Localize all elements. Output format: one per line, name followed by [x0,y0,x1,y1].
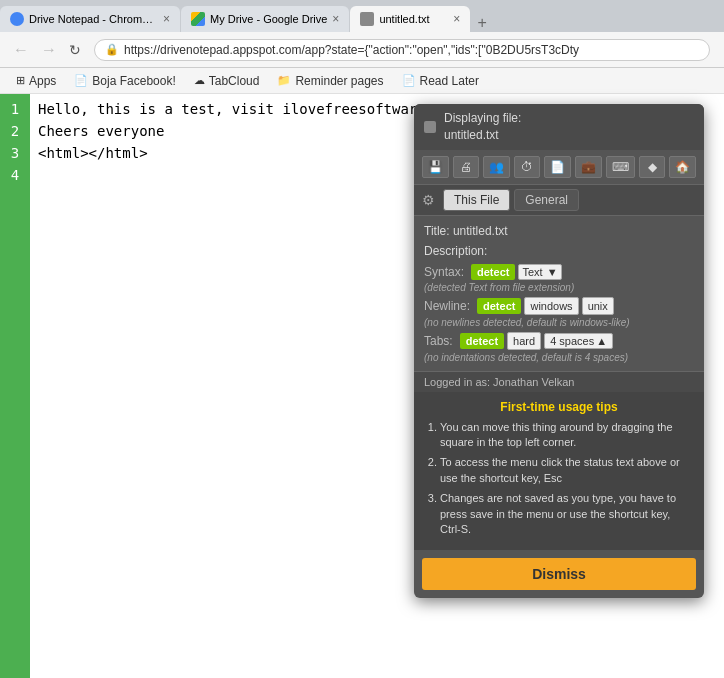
info-popup: Displaying file: untitled.txt 💾 🖨 👥 ⏱ 📄 … [414,104,704,598]
bookmark-boja-label: Boja Facebook! [92,74,175,88]
tabs-spaces-select[interactable]: 4 spaces ▲ [544,333,613,349]
share-btn[interactable]: 👥 [483,156,510,178]
new-tab-button[interactable]: + [471,14,492,32]
new-btn[interactable]: 📄 [544,156,571,178]
newline-hint: (no newlines detected, default is window… [424,317,694,328]
tab-bar: Drive Notepad - Chrome ... × My Drive - … [0,0,724,32]
displaying-label: Displaying file: [444,110,521,127]
tab-close-2[interactable]: × [332,12,339,26]
bookmark-tabcloud[interactable]: ☁ TabCloud [186,72,268,90]
bookmark-apps-label: Apps [29,74,56,88]
url-text: https://drivenotepad.appspot.com/app?sta… [124,43,579,57]
home-btn[interactable]: 🏠 [669,156,696,178]
forward-button[interactable]: → [36,39,62,61]
tab-untitled-txt[interactable]: untitled.txt × [350,6,470,32]
history-btn[interactable]: ⏱ [514,156,540,178]
line-numbers: 1 2 3 4 [0,94,30,678]
lock-icon: 🔒 [105,43,119,56]
tabs-detect-badge[interactable]: detect [460,333,504,349]
tab-favicon-chrome [10,12,24,26]
tip-3: Changes are not saved as you type, you h… [440,491,694,537]
drive-btn[interactable]: ◆ [639,156,665,178]
popup-overlay: Displaying file: untitled.txt 💾 🖨 👥 ⏱ 📄 … [414,94,704,678]
newline-unix-badge[interactable]: unix [582,297,614,315]
tabs-row: Tabs: detect hard 4 spaces ▲ [424,332,694,350]
newline-windows-badge[interactable]: windows [524,297,578,315]
save-btn[interactable]: 💾 [422,156,449,178]
bookmarks-bar: ⊞ Apps 📄 Boja Facebook! ☁ TabCloud 📁 Rem… [0,68,724,94]
filename-label: untitled.txt [444,127,521,144]
syntax-detect-badge[interactable]: detect [471,264,515,280]
keyboard-btn[interactable]: ⌨ [606,156,635,178]
popup-tabs: ⚙ This File General [414,185,704,216]
browser-chrome: Drive Notepad - Chrome ... × My Drive - … [0,0,724,94]
settings-icon[interactable]: ⚙ [422,192,435,208]
tab-close-3[interactable]: × [453,12,460,26]
tab-label-1: Drive Notepad - Chrome ... [29,13,158,25]
tabs-up-icon: ▲ [596,335,607,347]
tab-favicon-drive [191,12,205,26]
popup-toolbar: 💾 🖨 👥 ⏱ 📄 💼 ⌨ ◆ 🏠 [414,150,704,185]
nav-bar: ← → ↻ 🔒 https://drivenotepad.appspot.com… [0,32,724,68]
newline-detect-badge[interactable]: detect [477,298,521,314]
newline-row: Newline: detect windows unix [424,297,694,315]
folder-btn[interactable]: 💼 [575,156,602,178]
bookmark-boja[interactable]: 📄 Boja Facebook! [66,72,183,90]
bookmark-reminder-label: Reminder pages [295,74,383,88]
reminder-icon: 📁 [277,74,291,87]
bookmark-reminder[interactable]: 📁 Reminder pages [269,72,391,90]
line-num-2: 2 [6,120,24,142]
bookmark-apps[interactable]: ⊞ Apps [8,72,64,90]
address-bar[interactable]: 🔒 https://drivenotepad.appspot.com/app?s… [94,39,710,61]
readlater-icon: 📄 [402,74,416,87]
description-label: Description: [424,244,487,258]
logged-in-text: Logged in as: Jonathan Velkan [424,376,574,388]
dismiss-button[interactable]: Dismiss [422,558,696,590]
line-num-1: 1 [6,98,24,120]
tab-favicon-txt [360,12,374,26]
popup-header-text: Displaying file: untitled.txt [444,110,521,144]
logged-in-bar: Logged in as: Jonathan Velkan [414,371,704,392]
tab-close-1[interactable]: × [163,12,170,26]
apps-icon: ⊞ [16,74,25,87]
tips-section: First-time usage tips You can move this … [414,392,704,551]
editor-area: 1 2 3 4 Hello, this is a test, visit ilo… [0,94,724,678]
line-num-3: 3 [6,142,24,164]
boja-icon: 📄 [74,74,88,87]
bookmark-readlater[interactable]: 📄 Read Later [394,72,487,90]
syntax-hint: (detected Text from file extension) [424,282,694,293]
syntax-select[interactable]: Text ▼ [518,264,561,280]
tabs-hint: (no indentations detected, default is 4 … [424,352,694,363]
tab-label-3: untitled.txt [379,13,448,25]
reload-button[interactable]: ↻ [64,40,86,60]
tabs-spaces-value: 4 spaces [550,335,594,347]
tips-title: First-time usage tips [424,400,694,414]
tabs-label: Tabs: [424,334,453,348]
syntax-dropdown-icon: ▼ [547,266,558,278]
description-field: Description: [424,244,694,258]
line-num-4: 4 [6,164,24,186]
syntax-row: Syntax: detect Text ▼ [424,264,694,280]
tabs-hard-badge[interactable]: hard [507,332,541,350]
tab-general[interactable]: General [514,189,579,211]
title-field: Title: untitled.txt [424,224,694,238]
tab-label-2: My Drive - Google Drive [210,13,327,25]
title-value: Title: untitled.txt [424,224,508,238]
tab-drive-notepad[interactable]: Drive Notepad - Chrome ... × [0,6,180,32]
print-btn[interactable]: 🖨 [453,156,479,178]
popup-header: Displaying file: untitled.txt [414,104,704,150]
bookmark-readlater-label: Read Later [420,74,479,88]
tab-this-file[interactable]: This File [443,189,510,211]
tips-list: You can move this thing around by draggi… [424,420,694,538]
syntax-label: Syntax: [424,265,464,279]
bookmark-tabcloud-label: TabCloud [209,74,260,88]
popup-drag-handle[interactable] [424,121,436,133]
tab-google-drive[interactable]: My Drive - Google Drive × [181,6,349,32]
tip-2: To access the menu click the status text… [440,455,694,486]
tabcloud-icon: ☁ [194,74,205,87]
popup-content: Title: untitled.txt Description: Syntax:… [414,216,704,371]
back-button[interactable]: ← [8,39,34,61]
syntax-text-value: Text [522,266,542,278]
newline-label: Newline: [424,299,470,313]
tip-1: You can move this thing around by draggi… [440,420,694,451]
